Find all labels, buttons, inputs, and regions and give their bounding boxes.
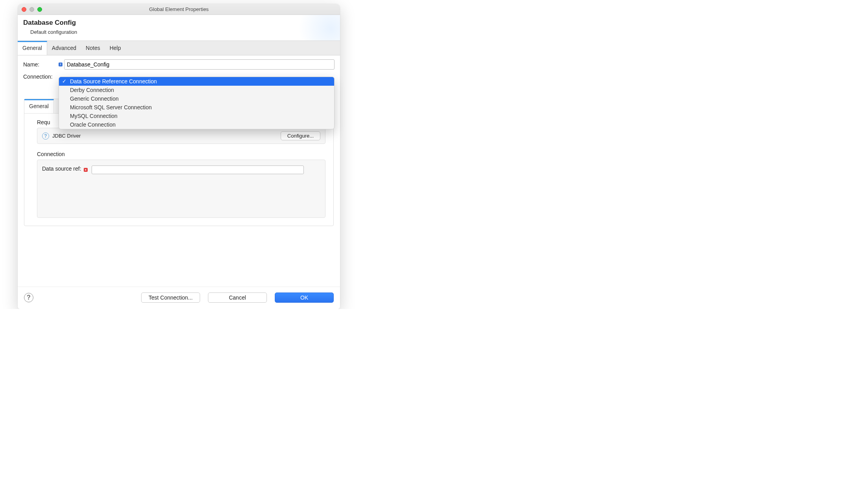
dialog-help-icon[interactable]: ? (24, 293, 33, 302)
connection-heading: Connection (37, 151, 325, 157)
data-source-ref-label: Data source ref: (42, 166, 81, 172)
tab-help[interactable]: Help (105, 41, 126, 55)
dd-item-derby[interactable]: Derby Connection (59, 86, 334, 94)
zoom-icon[interactable] (37, 7, 42, 12)
data-source-box: Data source ref: x (37, 160, 325, 218)
connection-dropdown[interactable]: Data Source Reference Connection Derby C… (59, 77, 335, 129)
titlebar: Global Element Properties (18, 4, 340, 15)
tab-advanced[interactable]: Advanced (47, 41, 81, 55)
connection-group: Connection Data source ref: x (37, 151, 325, 218)
window-controls (22, 7, 42, 12)
tab-general[interactable]: General (18, 41, 47, 55)
ok-button[interactable]: OK (275, 292, 334, 303)
page-subtitle: Default configuration (30, 29, 335, 35)
dd-item-mysql[interactable]: MySQL Connection (59, 112, 334, 120)
info-icon[interactable]: i (59, 63, 63, 66)
test-connection-button[interactable]: Test Connection... (141, 292, 200, 303)
content-area: Name: i Connection: Data Source Referenc… (18, 55, 340, 232)
window-title: Global Element Properties (18, 6, 340, 12)
configure-button[interactable]: Configure... (281, 131, 320, 140)
row-name: Name: i (23, 59, 335, 70)
cancel-button[interactable]: Cancel (208, 292, 267, 303)
dd-item-oracle[interactable]: Oracle Connection (59, 120, 334, 129)
sub-tab-general[interactable]: General (24, 99, 54, 113)
page-title: Database Config (23, 19, 335, 27)
decor-arc (293, 15, 340, 40)
required-libraries-box: ? JDBC Driver Configure... (37, 128, 325, 144)
error-icon: x (84, 168, 88, 172)
row-connection: Connection: Data Source Reference Connec… (23, 74, 335, 80)
jdbc-driver-label: JDBC Driver (52, 133, 81, 139)
connection-label: Connection: (23, 74, 59, 80)
name-label: Name: (23, 61, 59, 68)
dialog-footer: ? Test Connection... Cancel OK (18, 287, 340, 309)
close-icon[interactable] (22, 7, 26, 12)
minimize-icon[interactable] (29, 7, 34, 12)
data-source-ref-input[interactable] (92, 166, 304, 174)
name-input[interactable] (64, 59, 335, 70)
tab-bar: General Advanced Notes Help (18, 41, 340, 55)
tab-notes[interactable]: Notes (81, 41, 105, 55)
sub-body: Requ ? JDBC Driver Configure... Connecti… (24, 114, 333, 226)
dd-item-mssql[interactable]: Microsoft SQL Server Connection (59, 103, 334, 112)
help-icon[interactable]: ? (42, 132, 49, 140)
dd-item-generic[interactable]: Generic Connection (59, 94, 334, 103)
dialog-header: Database Config Default configuration (18, 15, 340, 40)
dd-item-data-source-ref[interactable]: Data Source Reference Connection (59, 77, 334, 86)
dialog-window: Global Element Properties Database Confi… (18, 4, 340, 309)
